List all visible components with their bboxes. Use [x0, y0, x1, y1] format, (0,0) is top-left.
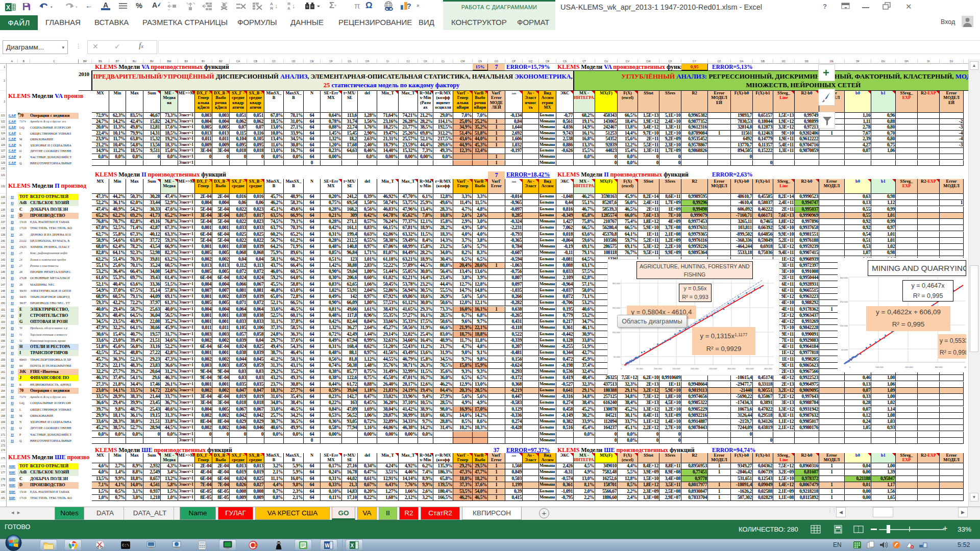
svg-text:250 000: 250 000	[840, 300, 848, 303]
svg-text:W: W	[325, 543, 330, 548]
svg-text:400 000: 400 000	[764, 367, 772, 370]
svg-text:0: 0	[849, 366, 851, 368]
svg-text:250 000: 250 000	[612, 307, 620, 309]
svg-text:50 000: 50 000	[614, 356, 621, 358]
svg-text:X: X	[6, 4, 10, 11]
svg-text:150 000: 150 000	[612, 331, 620, 334]
svg-text:300 000: 300 000	[727, 367, 736, 370]
svg-text:300 000: 300 000	[840, 277, 848, 279]
svg-text:100 000: 100 000	[875, 366, 884, 368]
svg-text:50 000: 50 000	[636, 367, 643, 370]
svg-text:0: 0	[621, 367, 622, 370]
svg-text:400 000: 400 000	[964, 366, 966, 368]
svg-text:X: X	[351, 543, 354, 548]
svg-text:50 000: 50 000	[841, 348, 848, 351]
svg-text:C:\: C:\	[122, 543, 130, 547]
svg-text:350 000: 350 000	[746, 367, 754, 370]
svg-text:150 000: 150 000	[840, 324, 848, 327]
svg-text:300 000: 300 000	[935, 366, 943, 368]
svg-text:350 000: 350 000	[612, 282, 620, 285]
svg-text:250 000: 250 000	[709, 367, 717, 370]
svg-text:200 000: 200 000	[905, 366, 913, 368]
svg-text:200 000: 200 000	[691, 367, 699, 370]
svg-text:+: +	[823, 66, 829, 79]
svg-text:100 000: 100 000	[654, 367, 662, 370]
svg-text:150 000: 150 000	[672, 367, 680, 370]
